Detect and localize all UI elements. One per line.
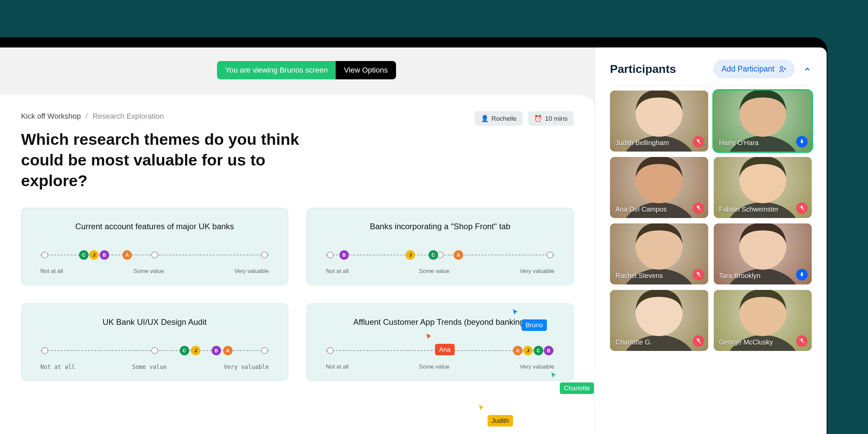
- slider-tick-low: [41, 347, 48, 354]
- breadcrumb-separator: /: [86, 112, 88, 120]
- timer-pill[interactable]: ⏰ 10 mins: [528, 111, 574, 126]
- cursor-bruno: Bruno: [512, 309, 547, 331]
- theme-card[interactable]: Current account features of major UK ban…: [21, 208, 288, 285]
- participant-tile[interactable]: Charlotte G.: [610, 290, 708, 351]
- device-frame: You are viewing Brunos screen View Optio…: [0, 37, 827, 434]
- participant-dot[interactable]: C: [79, 250, 88, 260]
- assignee-name: Rochelle: [492, 115, 517, 122]
- chevron-up-icon: [804, 65, 811, 73]
- participants-grid: Judith Bellingham Harry O'Hara Ana D: [610, 91, 812, 351]
- slider-tick-mid: [151, 347, 158, 354]
- add-participant-label: Add Participant: [722, 64, 774, 74]
- panel-title: Participants: [610, 62, 676, 76]
- person-icon: 👤: [481, 115, 489, 122]
- participant-name: Harry O'Hara: [719, 139, 759, 147]
- participant-dot[interactable]: B: [212, 346, 221, 355]
- slider-labels: Not at all Some value Very valuable: [326, 268, 554, 275]
- participant-tile[interactable]: Ana Del Campos: [610, 157, 708, 218]
- screen-share-banner: You are viewing Brunos screen View Optio…: [217, 61, 396, 79]
- participant-dot[interactable]: A: [122, 250, 132, 260]
- slider-tick-low: [41, 252, 48, 258]
- participant-name: Charlotte G.: [615, 338, 652, 346]
- workshop-canvas: Kick off Workshop / Research Exploration…: [0, 95, 595, 434]
- participant-tile[interactable]: Tara Brooklyn: [714, 223, 812, 284]
- participant-tile[interactable]: George McClusky: [714, 290, 812, 351]
- slider-labels: Not at all Some value Very valuable: [40, 268, 269, 275]
- cursor-label: Ana: [435, 344, 455, 355]
- cursor-label: Bruno: [521, 319, 547, 331]
- slider-label-high: Very valuable: [224, 363, 269, 370]
- participant-name: George McClusky: [719, 338, 773, 346]
- slider-label-mid: Some value: [419, 363, 450, 370]
- mic-muted-icon[interactable]: [693, 202, 704, 214]
- assignee-pill[interactable]: 👤 Rochelle: [475, 111, 523, 126]
- slider-tick-high: [261, 252, 268, 258]
- participant-dot[interactable]: B: [100, 250, 109, 260]
- participants-panel: Participants Add Participant: [595, 47, 827, 434]
- theme-card[interactable]: Banks incorporating a "Shop Front" tab B…: [307, 208, 574, 285]
- participant-dot[interactable]: J: [89, 250, 99, 260]
- participant-dot[interactable]: J: [523, 346, 533, 355]
- cursor-icon: [426, 333, 433, 340]
- theme-card[interactable]: UK Bank UI/UX Design Audit CJBA Not at a…: [21, 303, 288, 381]
- mic-muted-icon[interactable]: [796, 335, 808, 347]
- participant-dot[interactable]: B: [544, 346, 553, 355]
- slider-tick-mid: [151, 252, 158, 258]
- theme-grid: Current account features of major UK ban…: [21, 208, 574, 381]
- slider-label-mid: Some value: [134, 268, 164, 275]
- slider-labels: Not at all Some value Very valuable: [40, 363, 269, 370]
- meta-pills: 👤 Rochelle ⏰ 10 mins: [475, 111, 574, 126]
- participant-dot[interactable]: C: [429, 250, 438, 260]
- value-slider[interactable]: CJBA: [40, 344, 269, 357]
- view-options-button[interactable]: View Options: [336, 61, 396, 79]
- participant-dot[interactable]: C: [180, 346, 189, 355]
- viewing-pill: You are viewing Brunos screen: [217, 61, 336, 79]
- mic-muted-icon[interactable]: [693, 269, 704, 280]
- user-plus-icon: [778, 65, 787, 73]
- mic-on-icon[interactable]: [796, 269, 808, 280]
- cursor-label: Judith: [488, 415, 513, 427]
- mic-muted-icon[interactable]: [693, 335, 704, 347]
- participant-dot[interactable]: A: [454, 250, 463, 260]
- participant-name: Judith Bellingham: [615, 139, 669, 147]
- slider-label-mid: Some value: [419, 268, 450, 275]
- svg-point-0: [780, 66, 783, 69]
- mic-muted-icon[interactable]: [693, 136, 704, 147]
- cursor-judith: Judith: [478, 404, 513, 427]
- mic-on-icon[interactable]: [796, 136, 808, 147]
- add-participant-button[interactable]: Add Participant: [713, 60, 795, 78]
- participant-tile[interactable]: Fabian Schweinster: [714, 157, 812, 218]
- cursor-icon: [512, 309, 519, 316]
- collapse-panel-button[interactable]: [803, 65, 812, 74]
- slider-label-low: Not at all: [326, 268, 349, 275]
- participant-dot[interactable]: J: [406, 250, 415, 260]
- value-slider[interactable]: BJCA: [326, 248, 554, 262]
- slider-labels: Not at all Some value Very valuable: [326, 363, 554, 370]
- participant-tile[interactable]: Judith Bellingham: [610, 91, 708, 152]
- divider: [610, 85, 812, 86]
- breadcrumb-current: Research Exploration: [93, 112, 164, 120]
- participant-name: Tara Brooklyn: [719, 272, 761, 280]
- participant-tile[interactable]: Rachel Stevens: [610, 223, 708, 284]
- slider-label-mid: Some value: [132, 363, 166, 370]
- slider-label-high: Very valuable: [234, 268, 269, 275]
- participant-name: Rachel Stevens: [615, 272, 663, 280]
- participant-dot[interactable]: J: [191, 346, 200, 355]
- mic-muted-icon[interactable]: [796, 202, 808, 214]
- cursor-ana: Ana: [426, 333, 455, 355]
- value-slider[interactable]: CJBA: [40, 248, 269, 262]
- participant-dot[interactable]: A: [223, 346, 233, 355]
- cursor-label: Charlotte: [560, 382, 594, 394]
- participant-dot[interactable]: B: [339, 250, 349, 260]
- slider-label-high: Very valuable: [520, 363, 554, 370]
- theme-title: UK Bank UI/UX Design Audit: [34, 317, 276, 327]
- breadcrumb-parent[interactable]: Kick off Workshop: [21, 112, 81, 120]
- app-screen: You are viewing Brunos screen View Optio…: [0, 47, 827, 434]
- participant-dot[interactable]: C: [534, 346, 543, 355]
- participant-tile[interactable]: Harry O'Hara: [714, 91, 812, 152]
- participant-dot[interactable]: A: [513, 346, 522, 355]
- theme-title: Current account features of major UK ban…: [34, 222, 276, 231]
- cursor-icon: [550, 372, 558, 379]
- slider-label-low: Not at all: [40, 363, 75, 370]
- slider-tick-low: [327, 347, 334, 354]
